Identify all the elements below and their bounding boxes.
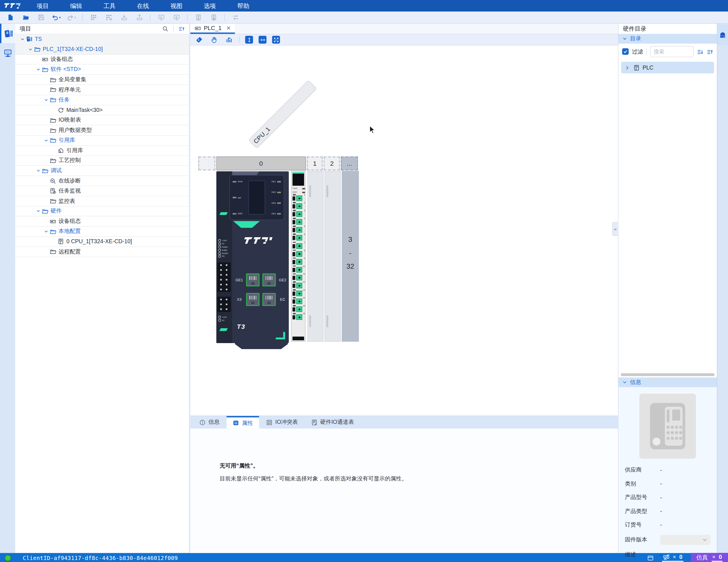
cpu-slot-flag[interactable]: CPU_1 [248, 80, 317, 149]
tree-item-0 CPU_1[T324-XE-CD-10][interactable]: 0 CPU_1[T324-XE-CD-10] [15, 237, 189, 247]
collapse-tree-icon[interactable] [178, 25, 185, 32]
menu-item-2[interactable]: 工具 [93, 0, 126, 12]
menu-item-3[interactable]: 在线 [126, 0, 160, 12]
horizontal-scrollbar[interactable] [621, 373, 715, 376]
expand-all-icon[interactable] [697, 47, 703, 56]
menu-item-5[interactable]: 选项 [193, 0, 227, 12]
search-input[interactable] [650, 46, 694, 57]
window-layout-icon[interactable] [647, 555, 654, 561]
bottom-tab-属性[interactable]: 属性 [227, 416, 259, 429]
slot-range-label: 3 [348, 233, 352, 246]
tree-item-引用库[interactable]: 引用库 [15, 136, 189, 146]
expander[interactable] [19, 37, 26, 42]
stats-button[interactable] [224, 35, 234, 44]
tab-plc-1[interactable]: PLC_1 ✕ [190, 24, 235, 34]
tree-item-远程配置[interactable]: 远程配置 [15, 247, 189, 257]
tree-item-设备组态[interactable]: 设备组态 [15, 217, 189, 227]
device-run-button[interactable] [194, 13, 203, 22]
chevron-right-icon[interactable] [624, 64, 631, 71]
compile-clear-icon [105, 14, 112, 21]
search-icon[interactable] [162, 25, 169, 32]
expander[interactable] [27, 47, 33, 52]
redo-button[interactable]: ▾ [67, 13, 76, 22]
tree-item-MainTask<30>[interactable]: MainTask<30> [15, 105, 189, 115]
open-project-button[interactable] [21, 13, 30, 22]
menu-item-1[interactable]: 编辑 [60, 0, 93, 12]
activity-network-view[interactable] [0, 43, 15, 63]
filter-checkbox[interactable] [622, 48, 629, 55]
tree-item-工艺控制[interactable]: 工艺控制 [15, 156, 189, 166]
simulation-status[interactable]: 仿真 × 0 [691, 553, 728, 562]
tree-item-引用库[interactable]: 引用库 [15, 146, 189, 156]
tag-button[interactable] [195, 35, 204, 44]
rack-slot-header-...[interactable]: ... [341, 157, 358, 171]
expander[interactable] [43, 97, 49, 102]
catalog-section-bar[interactable]: 目录 [618, 34, 717, 43]
tree-item-调试[interactable]: 调试 [15, 166, 189, 176]
tree-item-PLC_1[T324-XE-CD-10][interactable]: PLC_1[T324-XE-CD-10] [15, 44, 189, 54]
empty-slot-2[interactable] [325, 171, 341, 342]
firmware-version-select[interactable] [660, 535, 710, 545]
compile-clear-button[interactable] [104, 13, 113, 22]
device-stop-button[interactable] [209, 13, 218, 22]
bottom-tab-硬件IO通道表[interactable]: 硬件IO通道表 [305, 416, 360, 429]
pan-button[interactable] [209, 35, 219, 44]
save-icon [37, 14, 44, 21]
rack-slot-header-blank[interactable] [198, 157, 215, 171]
tree-item-任务[interactable]: 任务 [15, 95, 189, 105]
hardware-catalog-dock-tab[interactable] [717, 25, 728, 45]
compare-button[interactable] [231, 13, 240, 22]
download-button[interactable] [119, 13, 128, 22]
new-file-button[interactable] [5, 13, 15, 22]
close-icon[interactable]: ✕ [226, 25, 231, 31]
bottom-tab-信息[interactable]: 信息 [193, 416, 226, 429]
tree-item-设备组态[interactable]: 设备组态 [15, 55, 189, 65]
fit-screen-button[interactable] [272, 36, 280, 44]
tree-item-TS[interactable]: TS [15, 34, 189, 44]
io-channel-12: 12 [292, 281, 305, 289]
hardware-canvas[interactable]: CPU_1 012... +24V0VR485+R485-RGNDPE [190, 45, 618, 415]
expander[interactable] [43, 138, 49, 143]
cpu-module[interactable]: +24V0VR485+R485-RGNDPE +24V0V RUNINFERR … [216, 171, 289, 343]
info-section-bar[interactable]: 信息 [618, 377, 717, 387]
monitor-online-button[interactable] [157, 13, 166, 22]
tree-item-软件 <STD>[interactable]: 软件 <STD> [15, 65, 189, 75]
tree-item-程序单元[interactable]: 程序单元 [15, 85, 189, 95]
rack-slot-header-1[interactable]: 1 [307, 157, 323, 171]
fit-width-button[interactable] [259, 36, 267, 44]
slot-range-column[interactable]: 3-32 [342, 171, 359, 342]
monitor-online-icon [158, 14, 165, 21]
tree-item-监控表[interactable]: 监控表 [15, 196, 189, 206]
tree-item-用户数据类型[interactable]: 用户数据类型 [15, 125, 189, 135]
compile-button[interactable] [89, 13, 98, 22]
catalog-item-PLC[interactable]: PLC [621, 62, 714, 74]
tree-item-硬件[interactable]: 硬件 [15, 206, 189, 216]
collapse-panel-handle[interactable]: « [612, 222, 618, 236]
monitor-offline-button[interactable] [172, 13, 181, 22]
bottom-tab-IO冲突表[interactable]: IO冲突表 [260, 416, 304, 429]
tree-item-IO映射表[interactable]: IO映射表 [15, 115, 189, 125]
upload-button[interactable] [135, 13, 144, 22]
device-counter[interactable]: × 0 [662, 554, 683, 562]
menu-item-4[interactable]: 视图 [160, 0, 193, 12]
expander[interactable] [35, 209, 41, 214]
tree-item-全局变量集[interactable]: 全局变量集 [15, 75, 189, 85]
activity-project-view[interactable] [0, 24, 15, 43]
collapse-all-icon[interactable] [707, 47, 713, 56]
save-button[interactable] [36, 13, 45, 22]
rack-slot-header-0[interactable]: 0 [216, 157, 306, 171]
menu-item-0[interactable]: 项目 [26, 0, 60, 12]
tree-item-任务监视[interactable]: 任务监视 [15, 186, 189, 196]
menu-item-6[interactable]: 帮助 [227, 0, 260, 12]
rack-slot-header-2[interactable]: 2 [324, 157, 340, 171]
fit-height-button[interactable] [245, 36, 253, 44]
expander[interactable] [35, 168, 41, 173]
io-terminal [296, 283, 302, 288]
tree-item-在线诊断[interactable]: 在线诊断 [15, 176, 189, 186]
undo-button[interactable]: ▾ [52, 13, 61, 22]
empty-slot-1[interactable] [307, 171, 324, 342]
io-terminal-strip[interactable]: PWRERR 12345678910111213141516 [291, 171, 305, 342]
expander[interactable] [43, 229, 49, 234]
expander[interactable] [35, 67, 41, 72]
tree-item-本地配置[interactable]: 本地配置 [15, 227, 189, 237]
